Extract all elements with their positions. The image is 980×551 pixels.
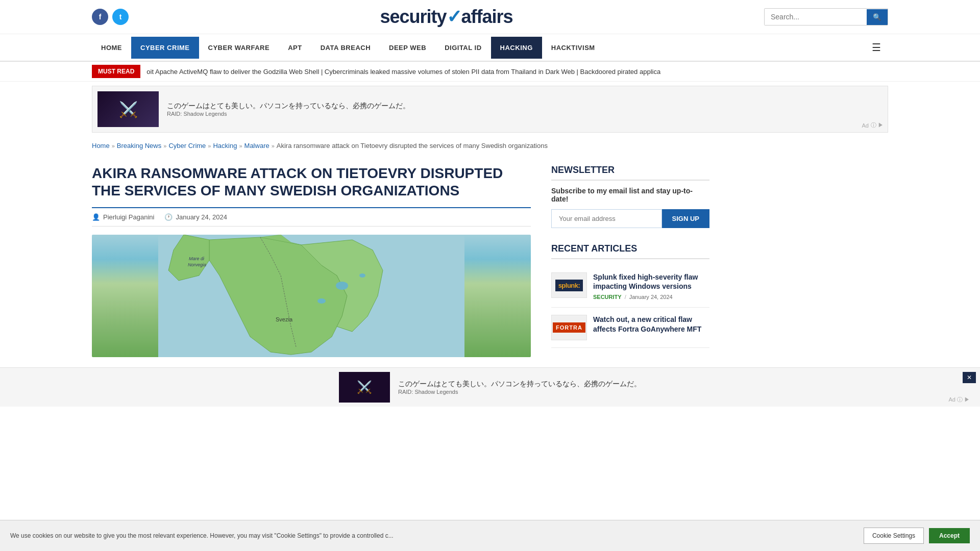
breadcrumb-breaking-news[interactable]: Breaking News xyxy=(117,142,161,149)
search-box: 🔍 xyxy=(764,8,888,26)
article-content: AKIRA RANSOMWARE ATTACK ON TIETOEVRY DIS… xyxy=(92,165,531,357)
signup-button[interactable]: SIGN UP xyxy=(662,209,709,228)
author-icon: 👤 xyxy=(92,213,100,221)
breadcrumb-cyber-crime[interactable]: Cyber Crime xyxy=(168,142,206,149)
bottom-ad-image: ⚔️ xyxy=(339,372,390,403)
fortra-article-info: Watch out, a new critical flaw affects F… xyxy=(593,315,709,336)
search-button[interactable]: 🔍 xyxy=(867,9,888,25)
nav-cyber-crime[interactable]: CYBER CRIME xyxy=(131,37,199,59)
breadcrumb-home[interactable]: Home xyxy=(92,142,110,149)
breadcrumb-sep3: » xyxy=(208,143,211,149)
bottom-ad-warrior-icon: ⚔️ xyxy=(357,380,372,394)
ad-tag: RAID: Shadow Legends xyxy=(167,111,410,117)
nav-hacktivism[interactable]: HACKTIVISM xyxy=(542,37,604,59)
nav-data-breach[interactable]: DATA BREACH xyxy=(311,37,380,59)
main-layout: AKIRA RANSOMWARE ATTACK ON TIETOEVRY DIS… xyxy=(0,155,980,367)
map-overlay xyxy=(92,235,531,357)
bottom-ad-close-button[interactable]: ✕ xyxy=(963,372,976,383)
bottom-ad-label: Ad xyxy=(948,396,955,403)
splunk-logo: splunk: xyxy=(551,272,587,298)
nav-hacking[interactable]: HACKING xyxy=(491,37,542,59)
header: f t security✓affairs 🔍 xyxy=(0,0,980,34)
breadcrumb-hacking[interactable]: Hacking xyxy=(213,142,237,149)
nav-bar: HOME CYBER CRIME CYBER WARFARE APT DATA … xyxy=(0,34,980,62)
nav-deep-web[interactable]: DEEP WEB xyxy=(380,37,435,59)
twitter-icon[interactable]: t xyxy=(112,9,129,25)
fortra-logo-text: FORTRA xyxy=(553,322,585,333)
bottom-ad-text: このゲームはとても美しい。パソコンを持っているなら、必携のゲームだ。 xyxy=(398,380,641,389)
splunk-date: January 24, 2024 xyxy=(629,294,673,300)
article-title: AKIRA RANSOMWARE ATTACK ON TIETOEVRY DIS… xyxy=(92,165,531,199)
article-meta: 👤 Pierluigi Paganini 🕐 January 24, 2024 xyxy=(92,207,531,227)
article-author: 👤 Pierluigi Paganini xyxy=(92,213,154,221)
breadcrumb-sep5: » xyxy=(272,143,275,149)
bottom-ad-icons: Ad ⓘ ▶ xyxy=(948,396,970,404)
nav-apt[interactable]: APT xyxy=(279,37,311,59)
breadcrumb-current: Akira ransomware attack on Tietoevry dis… xyxy=(277,142,548,149)
facebook-icon[interactable]: f xyxy=(92,9,108,25)
sidebar: NEWSLETTER Subscribe to my email list an… xyxy=(551,165,709,357)
splunk-sep: / xyxy=(625,294,626,300)
ad-label: Ad xyxy=(862,122,868,129)
recent-article-splunk[interactable]: splunk: Splunk fixed high-severity flaw … xyxy=(551,265,709,308)
article-map-image: Mare di Norvegia Svezia xyxy=(92,235,531,357)
must-read-badge: MUST READ xyxy=(92,65,140,78)
newsletter-description: Subscribe to my email list and stay up-t… xyxy=(551,187,709,203)
ad-banner-top[interactable]: ⚔️ このゲームはとても美しい。パソコンを持っているなら、必携のゲームだ。 RA… xyxy=(92,86,888,133)
date-text: January 24, 2024 xyxy=(176,213,227,221)
splunk-article-title[interactable]: Splunk fixed high-severity flaw impactin… xyxy=(593,272,709,291)
breadcrumb-malware[interactable]: Malware xyxy=(244,142,270,149)
ad-text: このゲームはとても美しい。パソコンを持っているなら、必携のゲームだ。 xyxy=(167,102,410,111)
nav-digital-id[interactable]: DIGITAL ID xyxy=(435,37,491,59)
recent-articles-section: RECENT ARTICLES splunk: Splunk fixed hig… xyxy=(551,243,709,348)
nav-home[interactable]: HOME xyxy=(92,37,131,59)
ad-icons: Ad ⓘ ▶ xyxy=(862,121,884,129)
ticker-text: oit Apache ActiveMQ flaw to deliver the … xyxy=(146,68,660,76)
breadcrumb-sep1: » xyxy=(112,143,115,149)
ad-image: ⚔️ xyxy=(97,91,159,127)
bottom-ad-tag: RAID: Shadow Legends xyxy=(398,389,641,395)
logo-check: ✓ xyxy=(447,6,461,27)
breadcrumb: Home » Breaking News » Cyber Crime » Hac… xyxy=(0,137,980,155)
breadcrumb-sep4: » xyxy=(239,143,242,149)
news-ticker: MUST READ oit Apache ActiveMQ flaw to de… xyxy=(0,62,980,82)
bottom-ad-banner[interactable]: ⚔️ このゲームはとても美しい。パソコンを持っているなら、必携のゲームだ。 RA… xyxy=(0,367,980,407)
splunk-article-info: Splunk fixed high-severity flaw impactin… xyxy=(593,272,709,300)
site-logo[interactable]: security✓affairs xyxy=(380,6,512,28)
article-date: 🕐 January 24, 2024 xyxy=(164,213,227,221)
ad-warrior-icon: ⚔️ xyxy=(119,101,138,118)
ad-content: このゲームはとても美しい。パソコンを持っているなら、必携のゲームだ。 RAID:… xyxy=(167,102,410,117)
email-form: SIGN UP xyxy=(551,209,709,228)
nav-cyber-warfare[interactable]: CYBER WARFARE xyxy=(199,37,279,59)
splunk-tag: SECURITY xyxy=(593,294,622,300)
recent-articles-title: RECENT ARTICLES xyxy=(551,243,709,259)
hamburger-menu-icon[interactable]: ☰ xyxy=(865,34,888,61)
bottom-ad-content: このゲームはとても美しい。パソコンを持っているなら、必携のゲームだ。 RAID:… xyxy=(398,380,641,395)
fortra-logo: FORTRA xyxy=(551,315,587,340)
social-icons: f t xyxy=(92,9,129,25)
logo-text1: security xyxy=(380,6,446,27)
recent-article-fortra[interactable]: FORTRA Watch out, a new critical flaw af… xyxy=(551,308,709,348)
splunk-logo-text: splunk: xyxy=(555,280,583,291)
email-input[interactable] xyxy=(551,209,662,228)
search-input[interactable] xyxy=(765,9,867,25)
ad-banner-inner: ⚔️ このゲームはとても美しい。パソコンを持っているなら、必携のゲームだ。 RA… xyxy=(97,91,410,127)
fortra-article-title[interactable]: Watch out, a new critical flaw affects F… xyxy=(593,315,709,333)
logo-text2: affairs xyxy=(461,6,513,27)
splunk-article-meta: SECURITY / January 24, 2024 xyxy=(593,294,709,300)
newsletter-section: NEWSLETTER Subscribe to my email list an… xyxy=(551,165,709,228)
breadcrumb-sep2: » xyxy=(163,143,166,149)
author-name: Pierluigi Paganini xyxy=(103,213,154,221)
clock-icon: 🕐 xyxy=(164,213,173,221)
newsletter-title: NEWSLETTER xyxy=(551,165,709,181)
